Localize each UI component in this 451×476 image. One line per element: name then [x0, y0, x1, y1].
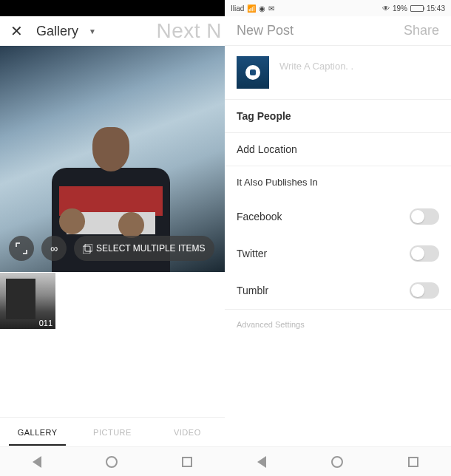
caption-row: Write A Caption. . [225, 46, 451, 100]
new-post-panel: Iliad 📶 ◉ ✉ 👁 19% 15:43 New Post Share W… [225, 0, 451, 476]
select-multiple-label: SELECT MULTIPLE ITEMS [96, 243, 206, 254]
android-nav-bar-right [225, 446, 451, 476]
facebook-label: Facebook [237, 211, 282, 222]
android-nav-bar [0, 446, 225, 476]
next-button[interactable]: Next N [156, 19, 222, 43]
left-status-bar [0, 0, 225, 16]
also-publish-label: It Also Publishes In [237, 177, 318, 188]
twitter-toggle[interactable] [410, 245, 439, 262]
eye-icon: 👁 [382, 4, 390, 13]
nav-home-button[interactable] [331, 456, 343, 468]
tumblr-toggle[interactable] [410, 282, 439, 299]
also-publish-section: It Also Publishes In [225, 166, 451, 198]
add-location-label: Add Location [237, 143, 297, 155]
svg-rect-0 [85, 244, 92, 251]
signal-icon: 📶 [247, 4, 256, 13]
thumbnail-row: 011 [0, 272, 225, 331]
select-multiple-button[interactable]: SELECT MULTIPLE ITEMS [74, 236, 214, 261]
tumblr-row: Tumblr [225, 272, 451, 310]
stack-icon [83, 244, 92, 254]
status-bar: Iliad 📶 ◉ ✉ 👁 19% 15:43 [225, 0, 451, 16]
circle-home-icon [331, 456, 343, 468]
nav-back-button[interactable] [33, 456, 41, 468]
expand-crop-button[interactable] [9, 236, 34, 261]
advanced-settings-label: Advanced Settings [237, 320, 305, 329]
triangle-back-icon [33, 456, 41, 468]
tab-gallery[interactable]: GALLERY [0, 419, 75, 446]
source-label: Gallery [36, 24, 78, 39]
battery-icon [410, 5, 424, 12]
svg-rect-1 [83, 246, 90, 254]
boomerang-button[interactable]: ∞ [41, 236, 67, 261]
add-location-row[interactable]: Add Location [225, 133, 451, 166]
nav-recent-button[interactable] [182, 457, 192, 467]
bottom-tabs: GALLERY PICTURE VIDEO [0, 417, 225, 446]
tag-people-row[interactable]: Tag People [225, 100, 451, 133]
close-icon[interactable]: ✕ [10, 22, 23, 40]
thumbnail-item[interactable]: 011 [0, 273, 55, 329]
infinity-icon: ∞ [50, 242, 58, 254]
carrier-label: Iliad [231, 4, 244, 13]
tumblr-label: Tumblr [237, 285, 268, 296]
video-icon [245, 65, 260, 80]
source-dropdown[interactable]: Gallery ▼ [36, 24, 96, 39]
preview-controls: ∞ SELECT MULTIPLE ITEMS [0, 236, 225, 261]
caption-input[interactable]: Write A Caption. . [279, 56, 439, 72]
media-preview[interactable]: ∞ SELECT MULTIPLE ITEMS [0, 46, 225, 272]
thumbnail-duration: 011 [39, 319, 52, 327]
share-button[interactable]: Share [404, 23, 439, 38]
nav-recent-button[interactable] [408, 457, 418, 467]
gallery-picker-panel: ✕ Gallery ▼ Next N ∞ [0, 0, 225, 476]
nav-back-button[interactable] [257, 456, 266, 468]
facebook-row: Facebook [225, 198, 451, 235]
square-recent-icon [408, 457, 418, 467]
time-label: 15:43 [427, 4, 445, 13]
wifi-icon: ◉ [259, 4, 265, 13]
left-header: ✕ Gallery ▼ Next N [0, 16, 225, 46]
tab-picture[interactable]: PICTURE [75, 419, 149, 446]
facebook-toggle[interactable] [410, 208, 439, 225]
twitter-row: Twitter [225, 235, 451, 272]
post-thumbnail[interactable] [237, 56, 269, 89]
tag-people-label: Tag People [237, 110, 291, 122]
battery-percent: 19% [393, 4, 407, 13]
page-title: New Post [237, 23, 294, 38]
right-header: New Post Share [225, 16, 451, 46]
mail-icon: ✉ [268, 4, 274, 13]
expand-icon [16, 242, 27, 254]
advanced-settings-row[interactable]: Advanced Settings [225, 310, 451, 339]
twitter-label: Twitter [237, 248, 267, 259]
tab-video[interactable]: VIDEO [150, 419, 225, 446]
square-recent-icon [182, 457, 192, 467]
triangle-back-icon [257, 456, 266, 468]
chevron-down-icon: ▼ [89, 27, 96, 35]
nav-home-button[interactable] [106, 456, 118, 468]
circle-home-icon [106, 456, 118, 468]
